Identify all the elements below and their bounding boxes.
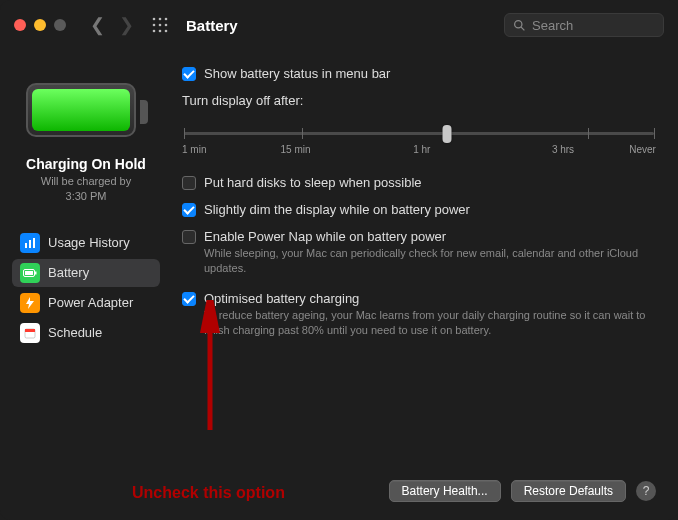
nav-arrows: ❮ ❯	[90, 14, 134, 36]
search-placeholder: Search	[532, 18, 573, 33]
restore-defaults-button[interactable]: Restore Defaults	[511, 480, 626, 502]
battery-illustration-icon	[26, 80, 146, 140]
close-icon[interactable]	[14, 19, 26, 31]
forward-icon[interactable]: ❯	[119, 14, 134, 36]
label-show-status: Show battery status in menu bar	[204, 66, 390, 81]
titlebar: ❮ ❯ Battery Search	[0, 0, 678, 50]
svg-point-3	[153, 24, 156, 27]
bar-chart-icon	[20, 233, 40, 253]
svg-point-6	[153, 30, 156, 33]
desc-optimised-charging: To reduce battery ageing, your Mac learn…	[204, 308, 656, 339]
bottom-bar: Battery Health... Restore Defaults ?	[389, 480, 656, 502]
svg-rect-15	[35, 271, 37, 274]
search-icon	[513, 19, 526, 32]
search-input[interactable]: Search	[504, 13, 664, 37]
svg-line-10	[521, 27, 524, 30]
calendar-icon	[20, 323, 40, 343]
svg-point-8	[165, 30, 168, 33]
content: Show battery status in menu bar Turn dis…	[170, 50, 678, 520]
help-button[interactable]: ?	[636, 481, 656, 501]
battery-icon	[20, 263, 40, 283]
desc-power-nap: While sleeping, your Mac can periodicall…	[204, 246, 656, 277]
maximize-icon[interactable]	[54, 19, 66, 31]
checkbox-power-nap[interactable]	[182, 230, 196, 244]
window-title: Battery	[186, 17, 238, 34]
svg-rect-13	[33, 238, 35, 248]
label-dim-display: Slightly dim the display while on batter…	[204, 202, 470, 217]
checkbox-hard-disks[interactable]	[182, 176, 196, 190]
svg-rect-12	[29, 240, 31, 248]
svg-point-5	[165, 24, 168, 27]
display-off-slider[interactable]: 1 min 15 min 1 hr 3 hrs Never	[182, 118, 656, 155]
grid-icon[interactable]	[152, 17, 168, 33]
status-title: Charging On Hold	[12, 156, 160, 172]
svg-rect-11	[25, 243, 27, 248]
label-optimised-charging: Optimised battery charging	[204, 291, 359, 306]
sidebar-item-label: Battery	[48, 265, 89, 280]
checkbox-dim-display[interactable]	[182, 203, 196, 217]
status-subtitle: Will be charged by 3:30 PM	[12, 174, 160, 205]
battery-health-button[interactable]: Battery Health...	[389, 480, 501, 502]
label-turn-display-off: Turn display off after:	[182, 93, 656, 108]
svg-rect-18	[25, 329, 35, 332]
label-power-nap: Enable Power Nap while on battery power	[204, 229, 446, 244]
sidebar-item-usage-history[interactable]: Usage History	[12, 229, 160, 257]
sidebar-item-battery[interactable]: Battery	[12, 259, 160, 287]
svg-point-9	[515, 20, 522, 27]
svg-point-0	[153, 18, 156, 21]
sidebar-item-schedule[interactable]: Schedule	[12, 319, 160, 347]
checkbox-optimised-charging[interactable]	[182, 292, 196, 306]
sidebar-item-label: Usage History	[48, 235, 130, 250]
svg-point-7	[159, 30, 162, 33]
back-icon[interactable]: ❮	[90, 14, 105, 36]
svg-point-4	[159, 24, 162, 27]
battery-settings-window: ❮ ❯ Battery Search Charging On	[0, 0, 678, 520]
minimize-icon[interactable]	[34, 19, 46, 31]
svg-rect-16	[25, 271, 33, 275]
sidebar-item-label: Schedule	[48, 325, 102, 340]
svg-point-1	[159, 18, 162, 21]
sidebar-item-power-adapter[interactable]: Power Adapter	[12, 289, 160, 317]
slider-handle[interactable]	[443, 125, 452, 143]
checkbox-show-status[interactable]	[182, 67, 196, 81]
label-hard-disks: Put hard disks to sleep when possible	[204, 175, 422, 190]
svg-point-2	[165, 18, 168, 21]
sidebar: Charging On Hold Will be charged by 3:30…	[0, 50, 170, 520]
traffic-lights	[14, 19, 66, 31]
bolt-icon	[20, 293, 40, 313]
sidebar-item-label: Power Adapter	[48, 295, 133, 310]
